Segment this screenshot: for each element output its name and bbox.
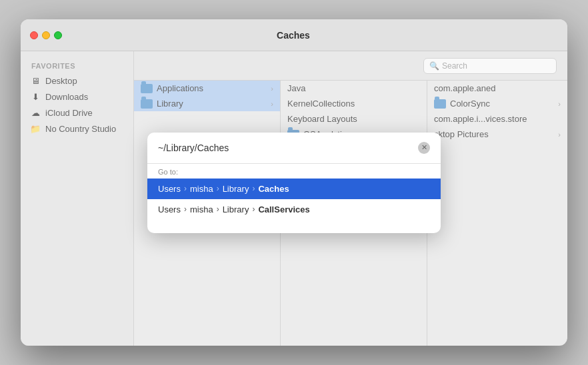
finder-window: Caches Favorites 🖥 Desktop ⬇ Downloads ☁… (21, 19, 567, 346)
dialog-overlay: ✕ Go to: Users › misha › Library › Cache… (21, 19, 567, 346)
suggestion-part: Library (223, 204, 249, 214)
separator-icon: › (252, 204, 255, 214)
dialog-bottom-padding (147, 220, 441, 233)
goto-dialog: ✕ Go to: Users › misha › Library › Cache… (147, 133, 441, 233)
close-icon: ✕ (421, 143, 427, 152)
goto-label: Go to: (147, 164, 441, 179)
separator-icon: › (252, 184, 255, 193)
suggestion-destination: CallServices (258, 204, 309, 214)
suggestion-part: misha (190, 204, 213, 214)
suggestion-item[interactable]: Users › misha › Library › CallServices (147, 199, 441, 220)
path-input[interactable] (158, 143, 413, 153)
suggestion-part: misha (190, 184, 213, 194)
separator-icon: › (184, 184, 187, 193)
separator-icon: › (184, 204, 187, 214)
suggestion-destination: Caches (258, 184, 289, 194)
separator-icon: › (217, 184, 219, 193)
suggestion-item[interactable]: Users › misha › Library › Caches (147, 179, 441, 199)
suggestion-part: Users (158, 184, 181, 194)
suggestion-part: Users (158, 204, 181, 214)
dialog-input-row: ✕ (147, 133, 441, 164)
separator-icon: › (217, 204, 219, 214)
dialog-close-button[interactable]: ✕ (418, 142, 430, 154)
suggestion-part: Library (223, 184, 249, 194)
